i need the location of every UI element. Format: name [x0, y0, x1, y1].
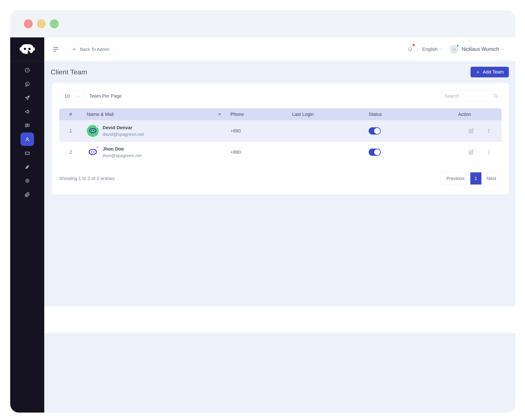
member-phone: +880: [230, 149, 292, 155]
content-gap: [44, 306, 516, 333]
sidebar-item-telegram[interactable]: [20, 91, 34, 105]
per-page-label: Team Per Page: [89, 93, 122, 99]
window-close-button[interactable]: [24, 19, 33, 28]
add-team-button[interactable]: Add Team: [470, 67, 509, 77]
user-name[interactable]: Nicklaus Wunsch: [462, 46, 499, 52]
bell-icon: [408, 47, 413, 52]
sidebar-item-signature[interactable]: [20, 160, 34, 174]
telegram-send-icon: [24, 95, 30, 101]
sidebar-item-attachment[interactable]: [20, 188, 34, 201]
pagination-next-button[interactable]: Next: [481, 172, 501, 184]
edit-icon: [468, 128, 474, 134]
search-input[interactable]: [440, 90, 502, 102]
dashboard-gauge-icon: [24, 67, 30, 73]
add-team-label: Add Team: [483, 69, 504, 75]
sidebar-item-whatsapp[interactable]: [20, 77, 34, 91]
row-index: 1: [59, 128, 87, 134]
sidebar-item-ticket[interactable]: [20, 146, 34, 160]
sidebar-item-dashboard[interactable]: [20, 63, 34, 77]
language-label: English: [422, 46, 438, 52]
menu-toggle-button[interactable]: [50, 44, 61, 55]
footer-block: [44, 333, 516, 412]
sidebar-nav: [10, 61, 44, 201]
member-email: jhon@spagreen.net: [103, 153, 142, 158]
app-logo[interactable]: [10, 37, 44, 61]
member-avatar: [87, 125, 99, 137]
member-phone: +880: [230, 128, 292, 134]
sidebar-item-chat[interactable]: [20, 119, 34, 132]
plus-icon: [476, 70, 480, 74]
window-minimize-button[interactable]: [37, 19, 46, 28]
team-table: # Name & Mail Phone Last Login Status Ac…: [59, 108, 502, 163]
member-avatar: [87, 146, 99, 158]
table-header-row: # Name & Mail Phone Last Login Status Ac…: [59, 108, 502, 120]
sidebar-item-announcement[interactable]: [20, 105, 34, 119]
entries-summary: Showing 1 to 2 of 2 entries: [59, 176, 115, 181]
ticket-icon: [24, 150, 30, 156]
column-header-index[interactable]: #: [59, 112, 87, 117]
team-table-card: 10 Team Per Page # Name: [52, 83, 509, 194]
column-header-status[interactable]: Status: [369, 112, 458, 117]
column-header-name-mail[interactable]: Name & Mail: [87, 112, 230, 117]
column-header-last-login[interactable]: Last Login: [292, 112, 369, 117]
member-name: Jhon Doe: [103, 147, 142, 151]
per-page-select[interactable]: 10: [59, 90, 84, 102]
back-to-admin-button[interactable]: Back To Admin: [66, 44, 115, 55]
column-header-action[interactable]: Action: [458, 112, 502, 117]
app-window: Back To Admin English Nicklau: [10, 10, 516, 412]
search-icon: [493, 93, 498, 99]
more-actions-button[interactable]: [486, 128, 492, 134]
announcement-megaphone-icon: [24, 109, 30, 115]
window-maximize-button[interactable]: [50, 19, 59, 28]
signature-pen-icon: [24, 164, 30, 170]
row-index: 2: [59, 149, 87, 155]
robot-avatar-icon: [88, 128, 97, 134]
kebab-menu-icon: [486, 149, 492, 155]
more-actions-button[interactable]: [486, 149, 492, 155]
chevron-down-icon: [440, 47, 443, 51]
notifications-button[interactable]: [405, 44, 415, 55]
language-selector[interactable]: English: [422, 46, 443, 52]
window-titlebar: [10, 10, 516, 37]
edit-icon: [468, 149, 474, 155]
table-row: 2 Jhon Doe jhon@spagreen.net: [59, 142, 502, 163]
per-page-value: 10: [65, 93, 70, 99]
topbar: Back To Admin English Nicklau: [44, 37, 516, 61]
hamburger-icon: [53, 47, 58, 51]
table-row: 1 Devid Denvar david@spagreen.net: [59, 120, 502, 142]
sidebar-item-client-team[interactable]: [20, 132, 34, 146]
pagination: Previous 1 Next: [440, 172, 502, 185]
chevron-down-icon[interactable]: [501, 47, 505, 51]
column-header-phone[interactable]: Phone: [230, 112, 292, 117]
status-toggle[interactable]: [369, 149, 381, 156]
back-to-admin-label: Back To Admin: [80, 47, 110, 52]
chevron-down-icon: [76, 94, 80, 98]
sidebar-item-settings[interactable]: [20, 174, 34, 187]
whatsapp-icon: [24, 81, 30, 87]
status-toggle[interactable]: [369, 127, 381, 135]
pagination-previous-button[interactable]: Previous: [441, 172, 470, 184]
settings-gear-icon: [24, 178, 30, 184]
notification-badge: [412, 44, 415, 46]
pagination-current-page[interactable]: 1: [470, 172, 481, 184]
arrow-left-icon: [72, 47, 77, 52]
kebab-menu-icon: [486, 128, 492, 134]
robot-logo-icon: [19, 44, 35, 55]
edit-button[interactable]: [468, 149, 474, 155]
member-email: david@spagreen.net: [103, 132, 144, 137]
image-placeholder-icon: [452, 47, 456, 51]
team-user-icon: [24, 137, 30, 142]
offline-status-dot: [96, 124, 99, 128]
user-avatar[interactable]: [450, 45, 459, 54]
sidebar: [10, 37, 44, 412]
attachment-paperclip-icon: [24, 192, 30, 197]
main-content: Client Team Add Team 10 Team Per Page: [44, 61, 516, 306]
sort-desc-icon[interactable]: [218, 113, 221, 115]
offline-status-dot: [96, 146, 99, 149]
chat-messages-icon: [24, 123, 30, 128]
member-name: Devid Denvar: [103, 125, 144, 130]
page-title: Client Team: [51, 68, 87, 76]
online-status-dot: [456, 45, 459, 47]
robot-avatar-icon: [88, 148, 98, 156]
edit-button[interactable]: [468, 128, 474, 134]
